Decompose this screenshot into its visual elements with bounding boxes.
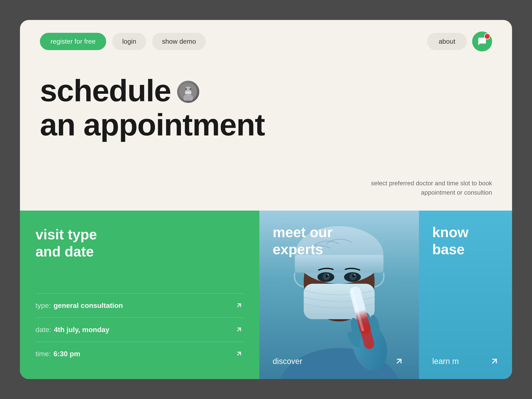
svg-point-4 xyxy=(190,88,191,90)
show-demo-button[interactable]: show demo xyxy=(152,33,206,50)
app-window: register for free login show demo about … xyxy=(20,20,512,379)
card-knowledge-learn-label: learn m xyxy=(432,357,459,366)
register-button[interactable]: register for free xyxy=(40,33,106,50)
nav-right: about xyxy=(427,32,492,51)
field-type-label: type: xyxy=(35,301,51,310)
field-row-date[interactable]: date: 4th july, monday xyxy=(35,317,244,342)
hero-subtitle: select preferred doctor and time slot to… xyxy=(371,179,492,197)
svg-rect-5 xyxy=(185,91,191,94)
field-row-time[interactable]: time: 6:30 pm xyxy=(35,342,244,366)
field-time-arrow-icon xyxy=(234,349,244,359)
svg-line-6 xyxy=(237,304,241,307)
field-type-arrow-icon xyxy=(234,301,244,310)
field-date-label: date: xyxy=(35,326,51,334)
svg-line-34 xyxy=(492,359,496,363)
cards-section: visit type and date type: general consul… xyxy=(20,211,512,379)
card-knowledge-arrow-icon xyxy=(488,355,501,368)
hero-title-appointment: an appointment xyxy=(40,108,492,142)
card-knowledge-bottom: learn m xyxy=(432,355,501,368)
field-row-type[interactable]: type: general consultation xyxy=(35,293,244,317)
field-date-group: date: 4th july, monday xyxy=(35,326,234,334)
card-visit: visit type and date type: general consul… xyxy=(20,211,259,379)
doctor-avatar xyxy=(177,81,199,103)
field-time-value: 6:30 pm xyxy=(53,350,80,358)
card-knowledge-title: know base xyxy=(432,224,501,258)
field-date-value: 4th july, monday xyxy=(54,326,109,334)
field-time-group: time: 6:30 pm xyxy=(35,350,234,358)
navbar: register for free login show demo about xyxy=(20,20,512,60)
chat-icon xyxy=(477,36,487,47)
field-time-label: time: xyxy=(35,350,51,358)
login-button[interactable]: login xyxy=(112,33,146,50)
card-experts-overlay: meet our experts discover xyxy=(259,211,419,379)
card-experts[interactable]: meet our experts discover xyxy=(259,211,419,379)
field-type-group: type: general consultation xyxy=(35,301,234,310)
svg-line-8 xyxy=(237,352,241,355)
svg-line-33 xyxy=(397,359,401,363)
svg-line-7 xyxy=(237,328,241,331)
about-button[interactable]: about xyxy=(427,33,467,50)
card-experts-arrow-icon xyxy=(392,355,406,368)
chat-button[interactable] xyxy=(472,32,492,51)
field-date-arrow-icon xyxy=(234,325,244,335)
hero-title: schedule an appointment xyxy=(40,74,492,142)
field-type-value: general consultation xyxy=(53,301,123,310)
hero-section: schedule an appointment select preferred… xyxy=(20,60,512,202)
card-knowledge[interactable]: know base learn m xyxy=(419,211,512,379)
card-experts-title: meet our experts xyxy=(273,224,406,258)
svg-point-3 xyxy=(185,88,187,90)
nav-left: register for free login show demo xyxy=(40,33,206,50)
card-visit-fields: type: general consultation date: 4th jul… xyxy=(35,293,244,366)
card-experts-bottom: discover xyxy=(273,355,406,368)
card-visit-title: visit type and date xyxy=(35,226,244,260)
hero-title-schedule: schedule xyxy=(40,74,171,108)
card-experts-discover-label: discover xyxy=(273,357,302,366)
